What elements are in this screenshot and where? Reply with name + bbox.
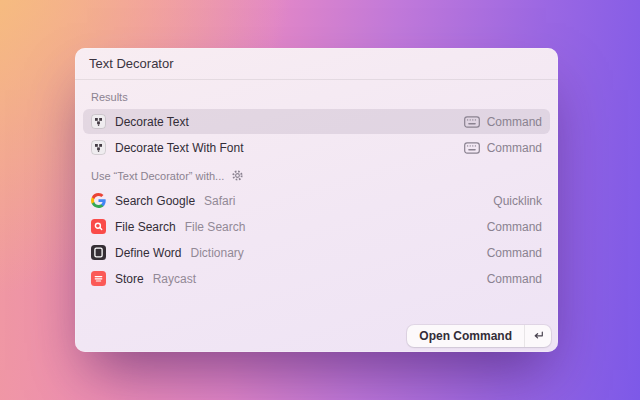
list-item[interactable]: Decorate TextCommand: [83, 109, 550, 134]
list-item[interactable]: File SearchFile SearchCommand: [83, 214, 550, 239]
item-accessories: Command: [487, 220, 542, 234]
text-decorator-icon: [91, 114, 106, 129]
list-item[interactable]: Search GoogleSafariQuicklink: [83, 188, 550, 213]
open-command-button[interactable]: Open Command: [407, 325, 551, 347]
list-item[interactable]: Define WordDictionaryCommand: [83, 240, 550, 265]
item-accessories: Command: [487, 272, 542, 286]
gear-icon[interactable]: [231, 169, 244, 182]
section-label: Results: [91, 91, 128, 103]
window-titlebar: Text Decorator: [75, 48, 558, 80]
item-accessories: Command: [464, 141, 542, 155]
section-label: Use “Text Decorator” with...: [91, 170, 224, 182]
item-type-label: Command: [487, 220, 542, 234]
text-decorator-icon: [91, 140, 106, 155]
item-accessories: Command: [464, 115, 542, 129]
item-type-label: Quicklink: [493, 194, 542, 208]
item-subtitle: File Search: [185, 220, 246, 234]
section-header: Results: [83, 83, 550, 108]
item-accessories: Quicklink: [493, 194, 542, 208]
item-subtitle: Raycast: [153, 272, 196, 286]
google-icon: [91, 193, 106, 208]
item-type-label: Command: [487, 141, 542, 155]
desktop-background: Text Decorator ResultsDecorate TextComma…: [0, 0, 640, 400]
item-accessories: Command: [487, 246, 542, 260]
keyboard-icon: [464, 142, 480, 154]
item-title: Store: [115, 272, 144, 286]
item-title: Decorate Text With Font: [115, 141, 244, 155]
item-subtitle: Dictionary: [190, 246, 243, 260]
item-title: Search Google: [115, 194, 195, 208]
item-type-label: Command: [487, 115, 542, 129]
item-title: Define Word: [115, 246, 181, 260]
section-header: Use “Text Decorator” with...: [83, 161, 550, 187]
window-title: Text Decorator: [89, 56, 174, 71]
dictionary-icon: [91, 245, 106, 260]
file-search-icon: [91, 219, 106, 234]
open-command-label: Open Command: [407, 325, 524, 347]
item-subtitle: Safari: [204, 194, 235, 208]
return-key-icon: [525, 325, 551, 347]
item-title: Decorate Text: [115, 115, 189, 129]
item-type-label: Command: [487, 246, 542, 260]
item-title: File Search: [115, 220, 176, 234]
list-item[interactable]: StoreRaycastCommand: [83, 266, 550, 291]
results-list: ResultsDecorate TextCommandDecorate Text…: [75, 80, 558, 291]
raycast-window: Text Decorator ResultsDecorate TextComma…: [75, 48, 558, 352]
raycast-icon: [91, 271, 106, 286]
list-item[interactable]: Decorate Text With FontCommand: [83, 135, 550, 160]
keyboard-icon: [464, 116, 480, 128]
item-type-label: Command: [487, 272, 542, 286]
footer-bar: Open Command: [407, 325, 551, 347]
